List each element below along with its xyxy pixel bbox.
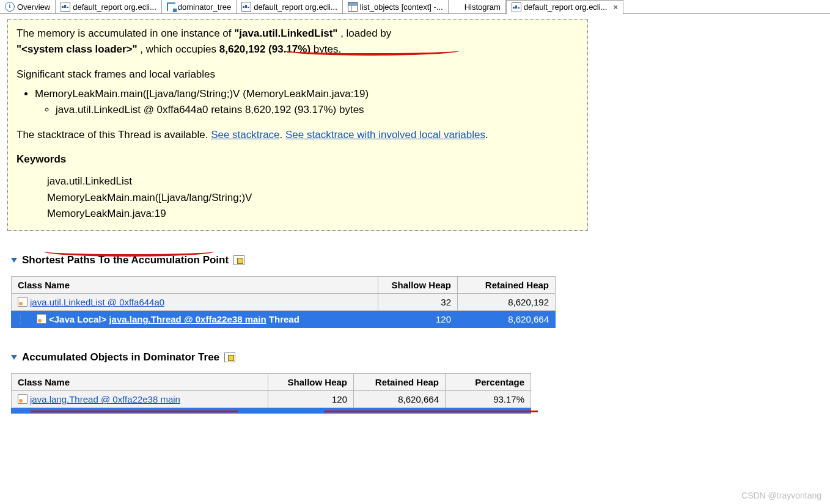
see-stacktrace-vars-link[interactable]: See stacktrace with involved local varia… bbox=[285, 129, 485, 141]
object-icon bbox=[37, 314, 46, 324]
col-class-name[interactable]: Class Name bbox=[12, 374, 268, 391]
col-percentage[interactable]: Percentage bbox=[446, 374, 531, 391]
report-icon bbox=[512, 2, 521, 12]
stack-frame-detail: java.util.LinkedList @ 0xffa644a0 retain… bbox=[56, 102, 579, 118]
shortest-paths-table: Class Name Shallow Heap Retained Heap ja… bbox=[11, 276, 556, 328]
accumulated-objects-table: Class Name Shallow Heap Retained Heap Pe… bbox=[11, 373, 531, 414]
shallow-heap-value: 32 bbox=[378, 294, 458, 311]
keywords-heading: Keywords bbox=[17, 152, 579, 167]
annotation-underline bbox=[31, 411, 238, 412]
tab-default-report-1[interactable]: default_report org.ecli... bbox=[56, 0, 162, 13]
table-row[interactable]: java.lang.Thread @ 0xffa22e38 main 120 8… bbox=[12, 391, 531, 408]
col-retained-heap[interactable]: Retained Heap bbox=[458, 277, 556, 294]
table-row[interactable]: java.util.LinkedList @ 0xffa644a0 32 8,6… bbox=[12, 294, 556, 311]
tab-label: default_report org.ecli... bbox=[73, 2, 156, 12]
tab-histogram[interactable]: Histogram bbox=[449, 0, 506, 13]
col-retained-heap[interactable]: Retained Heap bbox=[354, 374, 446, 391]
report-icon bbox=[241, 2, 251, 12]
tab-label: Overview bbox=[17, 2, 50, 12]
tab-label: default_report org.ecli... bbox=[524, 2, 608, 12]
table-header-row: Class Name Shallow Heap Retained Heap bbox=[12, 277, 556, 294]
retained-heap-value: 8,620,664 bbox=[354, 391, 446, 408]
problem-description-panel: The memory is accumulated in one instanc… bbox=[7, 19, 588, 231]
tree-icon bbox=[167, 2, 175, 11]
annotation-underline bbox=[324, 411, 538, 412]
object-link[interactable]: java.util.LinkedList @ 0xffa644a0 bbox=[30, 297, 164, 307]
shallow-heap-value: 120 bbox=[378, 311, 458, 328]
class-name: "java.util.LinkedList" bbox=[234, 27, 337, 39]
stack-frames-heading: Significant stack frames and local varia… bbox=[17, 67, 579, 82]
tab-label: Histogram bbox=[465, 2, 501, 12]
tab-label: dominator_tree bbox=[178, 2, 231, 12]
tab-label: default_report org.ecli... bbox=[254, 2, 337, 12]
chevron-down-icon[interactable] bbox=[11, 355, 17, 360]
stacktrace-links: The stacktrace of this Thread is availab… bbox=[17, 127, 579, 143]
object-icon bbox=[18, 297, 28, 307]
col-shallow-heap[interactable]: Shallow Heap bbox=[378, 277, 458, 294]
editor-tabs: i Overview default_report org.ecli... do… bbox=[0, 0, 830, 14]
tab-overview[interactable]: i Overview bbox=[0, 0, 56, 13]
retained-heap-value: 8,620,192 bbox=[458, 294, 556, 311]
stack-frame: MemoryLeakMain.main([Ljava/lang/String;)… bbox=[35, 86, 579, 102]
table-icon bbox=[348, 2, 358, 12]
retained-heap-value: 8,620,664 bbox=[458, 311, 556, 328]
object-icon bbox=[18, 394, 28, 404]
query-icon bbox=[233, 255, 244, 265]
col-shallow-heap[interactable]: Shallow Heap bbox=[268, 374, 354, 391]
tab-label: list_objects [context] -... bbox=[360, 2, 443, 12]
report-icon bbox=[61, 2, 70, 12]
class-loader: "<system class loader>" bbox=[17, 43, 138, 55]
percentage-value: 93.17% bbox=[446, 391, 531, 408]
info-icon: i bbox=[5, 2, 15, 12]
keyword: MemoryLeakMain.main([Ljava/lang/String;)… bbox=[47, 190, 579, 206]
object-link[interactable]: java.lang.Thread @ 0xffa22e38 main bbox=[30, 394, 180, 404]
table-header-row: Class Name Shallow Heap Retained Heap Pe… bbox=[12, 374, 531, 391]
object-link[interactable]: java.lang.Thread @ 0xffa22e38 main bbox=[109, 314, 266, 324]
see-stacktrace-link[interactable]: See stacktrace bbox=[211, 129, 279, 141]
close-icon[interactable]: × bbox=[613, 2, 618, 12]
tab-default-report-active[interactable]: default_report org.ecli... × bbox=[506, 0, 623, 14]
section-title: Accumulated Objects in Dominator Tree bbox=[22, 351, 219, 363]
tab-list-objects[interactable]: list_objects [context] -... bbox=[343, 0, 449, 13]
histogram-icon bbox=[454, 2, 462, 11]
table-row-selected[interactable]: <Java Local> java.lang.Thread @ 0xffa22e… bbox=[12, 311, 556, 328]
query-icon bbox=[224, 352, 235, 362]
tab-default-report-2[interactable]: default_report org.ecli... bbox=[237, 0, 343, 13]
keyword: MemoryLeakMain.java:19 bbox=[47, 206, 579, 222]
keyword: java.util.LinkedList bbox=[47, 173, 579, 189]
section-accumulated-objects[interactable]: Accumulated Objects in Dominator Tree bbox=[11, 351, 830, 363]
col-class-name[interactable]: Class Name bbox=[12, 277, 378, 294]
chevron-down-icon[interactable] bbox=[11, 258, 17, 263]
tab-dominator-tree[interactable]: dominator_tree bbox=[162, 0, 237, 13]
shallow-heap-value: 120 bbox=[268, 391, 354, 408]
